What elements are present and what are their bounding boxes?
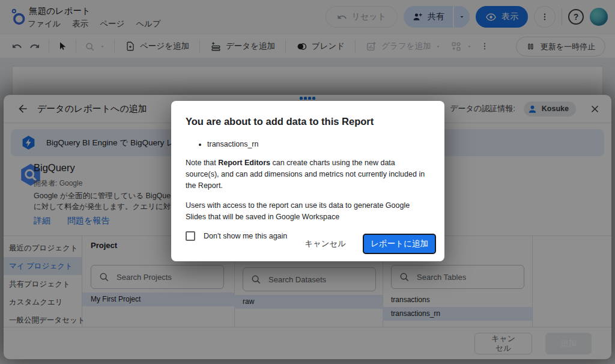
editors-note: Note that Report Editors can create char… xyxy=(186,157,427,191)
looker-studio-app: 無題のレポート ファイル 表示 ページ ヘルプ リセット 共有 xyxy=(0,0,615,364)
data-source-item: transactions_rn xyxy=(207,140,430,148)
note-bold-text: Report Editors xyxy=(218,159,270,167)
workspace-note: Users with access to the report can use … xyxy=(186,200,427,223)
add-data-confirmation-dialog: You are about to add data to this Report… xyxy=(171,101,444,261)
dialog-title: You are about to add data to this Report xyxy=(186,116,430,127)
data-source-list: transactions_rn xyxy=(186,140,430,148)
dont-show-again-checkbox[interactable] xyxy=(186,231,195,241)
note-text: Note that xyxy=(186,159,218,167)
dialog-cancel-button[interactable]: キャンセル xyxy=(295,234,356,254)
dont-show-again-label: Don't show me this again xyxy=(204,232,287,240)
dialog-add-to-report-button[interactable]: レポートに追加 xyxy=(363,234,436,254)
